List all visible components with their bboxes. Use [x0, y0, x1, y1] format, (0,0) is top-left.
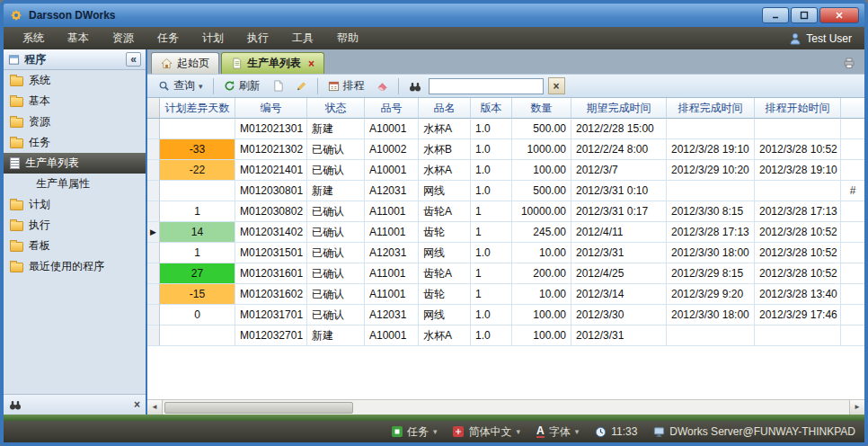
grid-cell[interactable]: 2012/3/28 17:13 — [755, 201, 841, 222]
grid-cell[interactable]: 2012/3/30 18:00 — [667, 305, 755, 326]
query-button[interactable]: 查询 ▾ — [154, 76, 208, 95]
grid-cell[interactable]: 已确认 — [307, 160, 365, 181]
table-row[interactable]: M012032701新建A10001水杯A1.0100.002012/3/31 — [147, 326, 864, 346]
grid-cell[interactable]: 已确认 — [307, 284, 365, 305]
menu-item-2[interactable]: 资源 — [101, 27, 146, 49]
grid-cell[interactable]: M012031601 — [235, 263, 307, 284]
grid-cell[interactable]: M012031701 — [235, 305, 307, 326]
diff-days-cell[interactable]: 1 — [160, 201, 235, 222]
table-row[interactable]: M012021301新建A10001水杯A1.0500.002012/2/28 … — [147, 119, 864, 139]
grid-cell[interactable]: 2012/3/31 — [571, 243, 667, 263]
grid-cell[interactable]: 100.00 — [512, 305, 571, 326]
table-row[interactable]: 1M012030802已确认A11001齿轮A110000.002012/3/3… — [147, 201, 864, 222]
grid-cell[interactable]: 2012/3/31 0:10 — [571, 181, 667, 201]
grid-cell[interactable]: 2012/3/14 — [571, 284, 667, 305]
maximize-button[interactable] — [791, 7, 818, 23]
grid-cell[interactable]: 新建 — [307, 119, 365, 139]
language-menu[interactable]: 简体中文 ▾ — [453, 424, 520, 440]
sidebar-item-6[interactable]: 计划 — [4, 194, 146, 215]
find-button[interactable] — [404, 78, 426, 94]
grid-cell[interactable]: 2012/4/11 — [571, 222, 667, 243]
grid-cell[interactable]: A11001 — [365, 222, 419, 243]
grid-cell[interactable]: 2012/4/25 — [571, 263, 667, 284]
grid-cell[interactable]: 2012/3/7 — [571, 160, 667, 181]
grid-cell[interactable]: 齿轮A — [419, 201, 471, 222]
grid-cell[interactable]: 1000.00 — [512, 139, 571, 160]
font-menu[interactable]: A 字体 ▾ — [536, 424, 579, 440]
menu-item-3[interactable]: 任务 — [146, 27, 190, 49]
scroll-thumb[interactable] — [164, 402, 353, 414]
grid-cell[interactable]: 1.0 — [471, 181, 512, 201]
scroll-left-arrow[interactable]: ◄ — [147, 400, 163, 415]
grid-cell[interactable]: 10000.00 — [512, 201, 571, 222]
grid-cell[interactable]: 网线 — [419, 305, 471, 326]
grid-cell[interactable]: A12031 — [365, 305, 419, 326]
edit-button[interactable] — [291, 78, 312, 94]
grid-cell[interactable] — [667, 181, 755, 201]
sidebar-item-9[interactable]: 最近使用的程序 — [4, 256, 146, 277]
grid-cell[interactable]: 2012/3/31 — [571, 326, 667, 346]
grid-cell[interactable]: M012021302 — [235, 139, 307, 160]
grid-cell[interactable]: 2012/3/29 10:20 — [667, 160, 755, 181]
menu-item-1[interactable]: 基本 — [56, 27, 101, 49]
table-row[interactable]: -22M012021401已确认A10001水杯A1.0100.002012/3… — [147, 160, 864, 181]
grid-cell[interactable]: 齿轮 — [419, 222, 471, 243]
grid-cell[interactable] — [755, 326, 841, 346]
grid-cell[interactable]: 2012/3/29 8:15 — [667, 263, 755, 284]
grid-cell[interactable]: A12031 — [365, 243, 419, 263]
grid-cell[interactable]: 245.00 — [512, 222, 571, 243]
close-search-icon[interactable]: × — [134, 398, 140, 411]
diff-days-cell[interactable]: -22 — [160, 160, 235, 181]
grid-cell[interactable]: 100.00 — [512, 326, 571, 346]
diff-days-cell[interactable]: 14 — [160, 222, 235, 243]
column-header-9[interactable]: 排程开始时间 — [755, 98, 841, 119]
grid-cell[interactable]: 2012/3/31 0:17 — [571, 201, 667, 222]
menu-item-5[interactable]: 执行 — [235, 27, 280, 49]
sidebar-item-7[interactable]: 执行 — [4, 215, 146, 236]
printer-icon[interactable] — [843, 57, 855, 69]
grid-cell[interactable]: 1 — [471, 222, 512, 243]
diff-days-cell[interactable] — [160, 181, 235, 201]
grid-cell[interactable]: 新建 — [307, 181, 365, 201]
grid-cell[interactable]: 已确认 — [307, 201, 365, 222]
grid-cell[interactable]: 已确认 — [307, 222, 365, 243]
sidebar-item-2[interactable]: 资源 — [4, 112, 146, 132]
user-menu[interactable]: Test User — [789, 32, 857, 45]
sidebar-item-4[interactable]: 生产单列表 — [4, 153, 146, 174]
grid-cell[interactable]: 2012/2/24 8:00 — [571, 139, 667, 160]
grid-cell[interactable]: 2012/3/30 — [571, 305, 667, 326]
grid-cell[interactable]: M012021401 — [235, 160, 307, 181]
grid-cell[interactable] — [755, 181, 841, 201]
grid-cell[interactable]: A10002 — [365, 139, 419, 160]
grid-cell[interactable]: 2012/3/28 10:52 — [755, 139, 841, 160]
column-header-5[interactable]: 版本 — [471, 98, 512, 119]
grid-cell[interactable]: 200.00 — [512, 263, 571, 284]
grid-cell[interactable] — [667, 326, 755, 346]
grid-cell[interactable]: 水杯A — [419, 119, 471, 139]
column-header-0[interactable]: 计划差异天数 — [160, 98, 235, 119]
grid-cell[interactable]: 1 — [471, 263, 512, 284]
tab-production-orders[interactable]: 生产单列表 × — [221, 52, 324, 74]
grid-cell[interactable] — [667, 119, 755, 139]
grid-cell[interactable]: 水杯B — [419, 139, 471, 160]
diff-days-cell[interactable] — [160, 326, 235, 346]
menu-item-4[interactable]: 计划 — [190, 27, 235, 49]
grid-cell[interactable]: 2012/3/29 9:20 — [667, 284, 755, 305]
grid-cell[interactable]: A12031 — [365, 181, 419, 201]
grid-cell[interactable]: 10.00 — [512, 284, 571, 305]
grid-cell[interactable]: 2012/3/28 10:52 — [755, 222, 841, 243]
grid-cell[interactable]: 已确认 — [307, 243, 365, 263]
refresh-button[interactable]: 刷新 — [219, 76, 265, 95]
grid-cell[interactable]: 网线 — [419, 243, 471, 263]
column-header-4[interactable]: 品名 — [419, 98, 471, 119]
horizontal-scrollbar[interactable]: ◄ ► — [147, 399, 864, 415]
grid-cell[interactable]: 网线 — [419, 181, 471, 201]
grid-cell[interactable]: M012031402 — [235, 222, 307, 243]
grid-cell[interactable]: A11001 — [365, 263, 419, 284]
grid-cell[interactable]: 2012/3/28 19:10 — [667, 139, 755, 160]
table-row[interactable]: -15M012031602已确认A11001齿轮110.002012/3/142… — [147, 284, 864, 305]
grid-cell[interactable]: 2012/2/28 15:00 — [571, 119, 667, 139]
close-button[interactable] — [819, 7, 859, 23]
grid-cell[interactable]: M012032701 — [235, 326, 307, 346]
grid-cell[interactable]: 2012/3/28 13:40 — [755, 284, 841, 305]
